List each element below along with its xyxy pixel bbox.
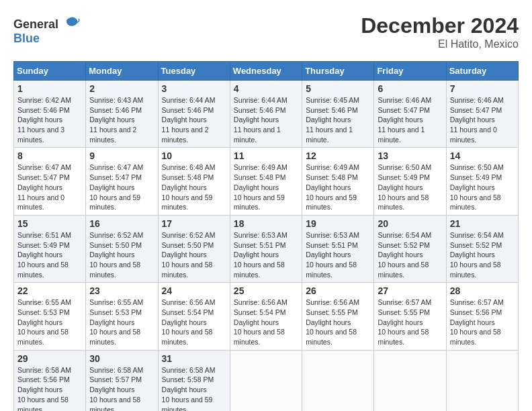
day-detail: Sunrise: 6:46 AMSunset: 5:47 PMDaylight …: [378, 95, 442, 144]
day-number: 12: [306, 150, 370, 161]
day-number: 26: [306, 285, 370, 296]
day-number: 9: [89, 150, 154, 161]
day-number: 1: [17, 83, 82, 94]
calendar-table: Sunday Monday Tuesday Wednesday Thursday…: [13, 61, 519, 411]
day-number: 13: [378, 150, 442, 161]
col-saturday: Saturday: [446, 62, 518, 81]
col-monday: Monday: [86, 62, 158, 81]
table-row: 2Sunrise: 6:43 AMSunset: 5:46 PMDaylight…: [86, 81, 158, 148]
table-row: 30Sunrise: 6:58 AMSunset: 5:57 PMDayligh…: [86, 350, 158, 411]
table-row: 12Sunrise: 6:49 AMSunset: 5:48 PMDayligh…: [302, 148, 374, 215]
day-number: 15: [17, 218, 82, 229]
day-detail: Sunrise: 6:55 AMSunset: 5:53 PMDaylight …: [89, 298, 154, 347]
calendar-week-row: 15Sunrise: 6:51 AMSunset: 5:49 PMDayligh…: [14, 215, 519, 282]
calendar-header-row: Sunday Monday Tuesday Wednesday Thursday…: [14, 62, 519, 81]
day-detail: Sunrise: 6:47 AMSunset: 5:47 PMDaylight …: [17, 163, 82, 212]
day-number: 19: [306, 218, 370, 229]
day-detail: Sunrise: 6:49 AMSunset: 5:48 PMDaylight …: [306, 163, 370, 212]
day-number: 17: [162, 218, 226, 229]
day-detail: Sunrise: 6:54 AMSunset: 5:52 PMDaylight …: [450, 230, 515, 279]
col-friday: Friday: [374, 62, 446, 81]
logo-general: General: [13, 17, 58, 32]
day-detail: Sunrise: 6:51 AMSunset: 5:49 PMDaylight …: [17, 230, 82, 279]
table-row: 28Sunrise: 6:57 AMSunset: 5:56 PMDayligh…: [446, 283, 518, 350]
table-row: [230, 350, 302, 411]
day-number: 2: [89, 83, 154, 94]
table-row: [446, 350, 518, 411]
day-detail: Sunrise: 6:55 AMSunset: 5:53 PMDaylight …: [17, 298, 82, 347]
table-row: 29Sunrise: 6:58 AMSunset: 5:56 PMDayligh…: [14, 350, 86, 411]
table-row: 17Sunrise: 6:52 AMSunset: 5:50 PMDayligh…: [158, 215, 230, 282]
table-row: 4Sunrise: 6:44 AMSunset: 5:46 PMDaylight…: [230, 81, 302, 148]
day-number: 22: [17, 285, 82, 296]
day-number: 31: [162, 353, 226, 364]
day-detail: Sunrise: 6:48 AMSunset: 5:48 PMDaylight …: [162, 163, 226, 212]
day-detail: Sunrise: 6:49 AMSunset: 5:48 PMDaylight …: [234, 163, 298, 212]
col-wednesday: Wednesday: [230, 62, 302, 81]
logo-bird-icon: [61, 13, 80, 36]
day-detail: Sunrise: 6:42 AMSunset: 5:46 PMDaylight …: [17, 95, 82, 144]
page-header: General Blue December 2024 El Hatito, Me…: [13, 13, 519, 50]
col-sunday: Sunday: [14, 62, 86, 81]
day-number: 7: [450, 83, 515, 94]
day-number: 20: [378, 218, 442, 229]
table-row: 3Sunrise: 6:44 AMSunset: 5:46 PMDaylight…: [158, 81, 230, 148]
day-detail: Sunrise: 6:52 AMSunset: 5:50 PMDaylight …: [162, 230, 226, 279]
day-detail: Sunrise: 6:53 AMSunset: 5:51 PMDaylight …: [306, 230, 370, 279]
day-detail: Sunrise: 6:47 AMSunset: 5:47 PMDaylight …: [89, 163, 154, 212]
day-detail: Sunrise: 6:45 AMSunset: 5:46 PMDaylight …: [306, 95, 370, 144]
table-row: 7Sunrise: 6:46 AMSunset: 5:47 PMDaylight…: [446, 81, 518, 148]
col-tuesday: Tuesday: [158, 62, 230, 81]
day-detail: Sunrise: 6:56 AMSunset: 5:54 PMDaylight …: [234, 298, 298, 347]
table-row: 6Sunrise: 6:46 AMSunset: 5:47 PMDaylight…: [374, 81, 446, 148]
table-row: 10Sunrise: 6:48 AMSunset: 5:48 PMDayligh…: [158, 148, 230, 215]
day-detail: Sunrise: 6:50 AMSunset: 5:49 PMDaylight …: [378, 163, 442, 212]
day-number: 3: [162, 83, 226, 94]
day-number: 18: [234, 218, 298, 229]
day-detail: Sunrise: 6:58 AMSunset: 5:58 PMDaylight …: [162, 365, 226, 411]
calendar-week-row: 22Sunrise: 6:55 AMSunset: 5:53 PMDayligh…: [14, 283, 519, 350]
day-detail: Sunrise: 6:57 AMSunset: 5:55 PMDaylight …: [378, 298, 442, 347]
day-number: 8: [17, 150, 82, 161]
table-row: 15Sunrise: 6:51 AMSunset: 5:49 PMDayligh…: [14, 215, 86, 282]
month-title: December 2024: [361, 13, 519, 38]
table-row: 18Sunrise: 6:53 AMSunset: 5:51 PMDayligh…: [230, 215, 302, 282]
table-row: 5Sunrise: 6:45 AMSunset: 5:46 PMDaylight…: [302, 81, 374, 148]
day-number: 25: [234, 285, 298, 296]
day-detail: Sunrise: 6:46 AMSunset: 5:47 PMDaylight …: [450, 95, 515, 144]
day-detail: Sunrise: 6:44 AMSunset: 5:46 PMDaylight …: [162, 95, 226, 144]
day-number: 4: [234, 83, 298, 94]
day-number: 10: [162, 150, 226, 161]
day-detail: Sunrise: 6:53 AMSunset: 5:51 PMDaylight …: [234, 230, 298, 279]
table-row: 26Sunrise: 6:56 AMSunset: 5:55 PMDayligh…: [302, 283, 374, 350]
table-row: 1Sunrise: 6:42 AMSunset: 5:46 PMDaylight…: [14, 81, 86, 148]
day-number: 5: [306, 83, 370, 94]
day-detail: Sunrise: 6:54 AMSunset: 5:52 PMDaylight …: [378, 230, 442, 279]
table-row: 9Sunrise: 6:47 AMSunset: 5:47 PMDaylight…: [86, 148, 158, 215]
day-detail: Sunrise: 6:50 AMSunset: 5:49 PMDaylight …: [450, 163, 515, 212]
day-number: 24: [162, 285, 226, 296]
table-row: 8Sunrise: 6:47 AMSunset: 5:47 PMDaylight…: [14, 148, 86, 215]
day-number: 16: [89, 218, 154, 229]
table-row: 19Sunrise: 6:53 AMSunset: 5:51 PMDayligh…: [302, 215, 374, 282]
col-thursday: Thursday: [302, 62, 374, 81]
day-number: 14: [450, 150, 515, 161]
location-title: El Hatito, Mexico: [361, 38, 519, 50]
day-detail: Sunrise: 6:43 AMSunset: 5:46 PMDaylight …: [89, 95, 154, 144]
day-detail: Sunrise: 6:56 AMSunset: 5:55 PMDaylight …: [306, 298, 370, 347]
day-detail: Sunrise: 6:44 AMSunset: 5:46 PMDaylight …: [234, 95, 298, 144]
table-row: 11Sunrise: 6:49 AMSunset: 5:48 PMDayligh…: [230, 148, 302, 215]
day-number: 11: [234, 150, 298, 161]
day-number: 27: [378, 285, 442, 296]
calendar-week-row: 29Sunrise: 6:58 AMSunset: 5:56 PMDayligh…: [14, 350, 519, 411]
logo: General Blue: [13, 13, 80, 46]
table-row: [302, 350, 374, 411]
calendar-week-row: 1Sunrise: 6:42 AMSunset: 5:46 PMDaylight…: [14, 81, 519, 148]
table-row: 31Sunrise: 6:58 AMSunset: 5:58 PMDayligh…: [158, 350, 230, 411]
table-row: 23Sunrise: 6:55 AMSunset: 5:53 PMDayligh…: [86, 283, 158, 350]
day-number: 29: [17, 353, 82, 364]
table-row: [374, 350, 446, 411]
logo-blue: Blue: [13, 32, 40, 46]
table-row: 25Sunrise: 6:56 AMSunset: 5:54 PMDayligh…: [230, 283, 302, 350]
day-detail: Sunrise: 6:58 AMSunset: 5:56 PMDaylight …: [17, 365, 82, 411]
